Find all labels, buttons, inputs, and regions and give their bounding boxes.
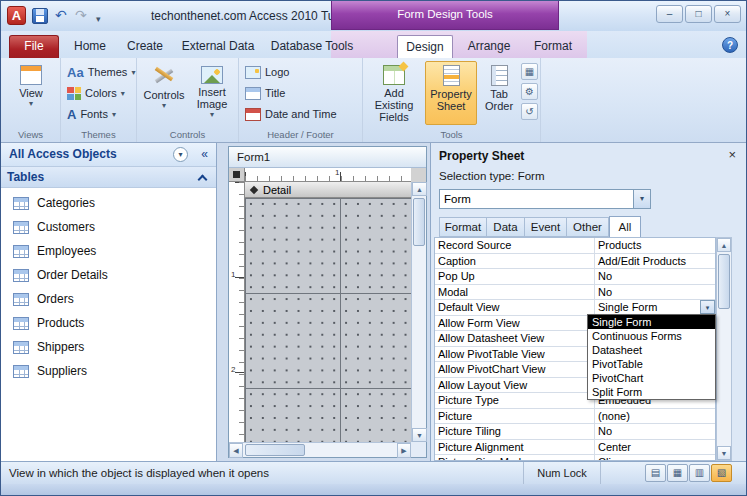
controls-button[interactable]: Controls ▾ — [141, 61, 187, 125]
selection-type-label: Selection type: Form — [439, 170, 544, 182]
tab-design[interactable]: Design — [397, 35, 453, 58]
group-label-views: Views — [1, 129, 60, 140]
dropdown-item-pivottable[interactable]: PivotTable — [588, 357, 715, 371]
chevron-down-icon: ▾ — [190, 110, 234, 119]
qat-dropdown-icon[interactable]: ▾ — [96, 10, 101, 28]
tab-ps-data[interactable]: Data — [487, 217, 525, 237]
scroll-up-icon[interactable]: ▲ — [412, 182, 427, 196]
tab-ps-other[interactable]: Other — [567, 217, 609, 237]
nav-pane-header[interactable]: All Access Objects ▾ « — [1, 143, 216, 167]
chevron-down-icon: ▾ — [121, 89, 125, 98]
dropdown-item-pivotchart[interactable]: PivotChart — [588, 371, 715, 385]
insert-image-button[interactable]: Insert Image ▾ — [189, 61, 235, 125]
extra-tool-button[interactable]: ↺ — [521, 103, 538, 120]
detail-section-bar[interactable]: Detail — [245, 182, 411, 198]
access-app-icon[interactable]: A — [7, 6, 26, 25]
close-icon[interactable]: × — [728, 147, 736, 162]
table-item-customers[interactable]: Customers — [1, 215, 216, 239]
tab-arrange[interactable]: Arrange — [459, 35, 519, 58]
selection-combo[interactable]: Form ▾ — [439, 189, 651, 209]
chevron-down-icon[interactable]: ▾ — [633, 190, 650, 208]
table-item-suppliers[interactable]: Suppliers — [1, 359, 216, 383]
tab-database-tools[interactable]: Database Tools — [265, 35, 359, 58]
property-sheet-panel: Property Sheet × Selection type: Form Fo… — [430, 143, 746, 461]
group-label-header-footer: Header / Footer — [239, 129, 362, 140]
colors-button[interactable]: Colors ▾ — [64, 83, 128, 103]
form-vertical-scrollbar[interactable]: ▲ ▼ — [411, 182, 426, 442]
tab-external-data[interactable]: External Data — [175, 35, 261, 58]
table-item-shippers[interactable]: Shippers — [1, 335, 216, 359]
themes-icon: Aa — [67, 65, 84, 80]
design-view-icon: ▧ — [717, 467, 726, 478]
layout-view-button[interactable]: ▥ — [689, 464, 710, 482]
tab-ps-all[interactable]: All — [609, 216, 641, 237]
table-item-employees[interactable]: Employees — [1, 239, 216, 263]
scroll-down-icon[interactable]: ▼ — [412, 428, 427, 442]
tab-order-button[interactable]: Tab Order — [479, 61, 519, 125]
scroll-down-icon[interactable]: ▼ — [717, 446, 731, 460]
dropdown-item-datasheet[interactable]: Datasheet — [588, 343, 715, 357]
nav-section-tables[interactable]: Tables — [1, 167, 216, 188]
tab-file[interactable]: File — [9, 35, 59, 58]
collapse-icon — [198, 175, 208, 185]
property-row: Picture AlignmentCenter — [435, 440, 715, 456]
form-window-title[interactable]: Form1 — [229, 147, 426, 168]
view-button[interactable]: View ▾ — [6, 61, 56, 125]
form-view-button[interactable]: ▤ — [645, 464, 666, 482]
shutter-close-icon[interactable]: « — [201, 143, 208, 166]
property-grid-scrollbar[interactable]: ▲ ▼ — [716, 237, 732, 461]
horizontal-ruler[interactable]: 1 — [245, 168, 411, 182]
tab-format[interactable]: Format — [525, 35, 581, 58]
tab-create[interactable]: Create — [119, 35, 171, 58]
save-icon[interactable] — [32, 8, 48, 24]
add-existing-fields-button[interactable]: Add Existing Fields — [365, 61, 423, 125]
design-view-button[interactable]: ▧ — [711, 464, 732, 482]
fields-grid-icon — [383, 65, 405, 85]
form-selector-box[interactable] — [229, 168, 245, 182]
tab-ps-format[interactable]: Format — [439, 217, 487, 237]
dropdown-item-single-form[interactable]: Single Form — [588, 315, 715, 329]
scroll-right-icon[interactable]: ▶ — [397, 443, 411, 458]
date-time-button[interactable]: Date and Time — [242, 104, 340, 124]
view-code-button[interactable]: ▦ — [521, 63, 538, 80]
convert-macros-button[interactable]: ⚙ — [521, 83, 538, 100]
fonts-button[interactable]: A Fonts ▾ — [64, 104, 119, 124]
dropdown-item-continuous-forms[interactable]: Continuous Forms — [588, 329, 715, 343]
nav-menu-dropdown-icon[interactable]: ▾ — [173, 147, 188, 162]
scroll-up-icon[interactable]: ▲ — [717, 238, 731, 252]
form-horizontal-scrollbar[interactable]: ◀ ▶ — [229, 442, 411, 457]
vertical-ruler[interactable]: 1 2 — [229, 182, 245, 442]
table-item-order-details[interactable]: Order Details — [1, 263, 216, 287]
close-button[interactable]: × — [714, 5, 741, 23]
navigation-pane: All Access Objects ▾ « Tables Categories… — [1, 143, 217, 461]
default-view-dropdown-button[interactable]: ▾ — [700, 300, 715, 314]
form-design-surface: 1 1 2 Detail ▲ ▼ ◀ — [229, 168, 426, 457]
table-icon — [13, 197, 29, 210]
undo-icon[interactable]: ↶ — [55, 6, 67, 24]
layout-view-icon: ▥ — [695, 467, 704, 478]
title-button[interactable]: Title — [242, 83, 288, 103]
contextual-tab-group-label: Form Design Tools — [331, 1, 559, 30]
tab-ps-event[interactable]: Event — [525, 217, 567, 237]
table-item-categories[interactable]: Categories — [1, 191, 216, 215]
datasheet-view-icon: ▦ — [673, 467, 682, 478]
scroll-left-icon[interactable]: ◀ — [229, 443, 243, 458]
tab-home[interactable]: Home — [65, 35, 115, 58]
scrollbar-thumb[interactable] — [245, 444, 305, 456]
group-label-controls: Controls — [137, 129, 238, 140]
table-item-products[interactable]: Products — [1, 311, 216, 335]
table-item-orders[interactable]: Orders — [1, 287, 216, 311]
table-icon — [13, 365, 29, 378]
scrollbar-thumb[interactable] — [413, 198, 425, 246]
scrollbar-thumb[interactable] — [718, 254, 730, 309]
minimize-button[interactable]: – — [656, 5, 683, 23]
redo-icon: ↷ — [75, 6, 87, 24]
restore-button[interactable]: □ — [685, 5, 712, 23]
datasheet-view-button[interactable]: ▦ — [667, 464, 688, 482]
themes-button[interactable]: Aa Themes ▾ — [64, 62, 138, 82]
design-grid[interactable] — [245, 198, 411, 442]
property-sheet-button[interactable]: Property Sheet — [425, 61, 477, 125]
dropdown-item-split-form[interactable]: Split Form — [588, 385, 715, 399]
logo-button[interactable]: Logo — [242, 62, 292, 82]
help-icon[interactable]: ? — [722, 37, 738, 53]
